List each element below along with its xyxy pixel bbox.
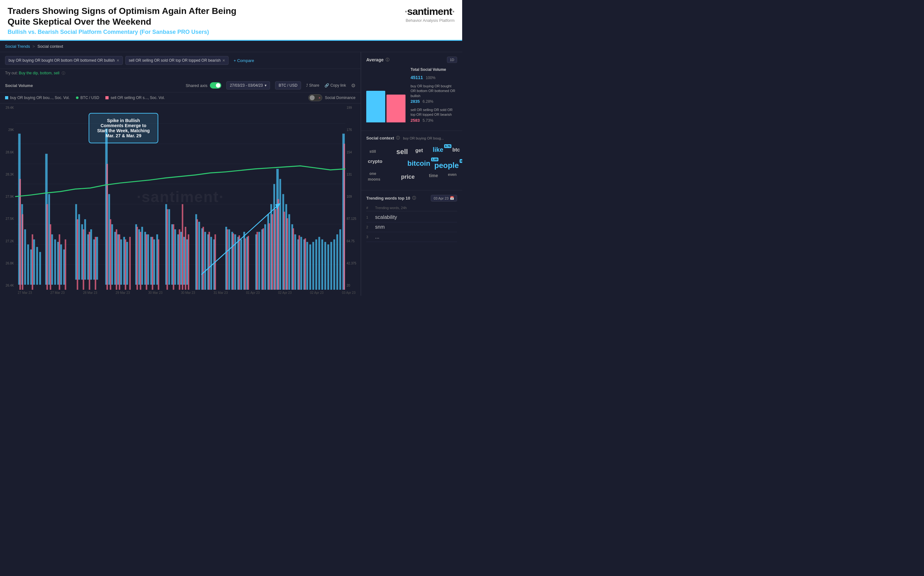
trending-col-label: Trending words, 24h: [375, 206, 457, 210]
svg-rect-137: [247, 236, 249, 290]
word-like[interactable]: like 0.75: [433, 146, 443, 154]
y-label-r-3: 131: [345, 173, 361, 176]
svg-rect-125: [179, 229, 180, 290]
word-cloud: sell still get like 0.75 btc crypto bitc…: [366, 144, 457, 186]
y-label-r-1: 176: [345, 128, 361, 131]
chart-area: ·santiment· 29.4K 29K 28.6K 28.3K 27.9K …: [0, 104, 361, 290]
svg-rect-110: [89, 232, 90, 290]
header-left: Traders Showing Signs of Optimism Again …: [8, 6, 245, 35]
svg-rect-90: [313, 242, 314, 290]
social-dominance-toggle[interactable]: ×: [308, 94, 322, 101]
share-button[interactable]: ⤴ Share: [306, 83, 319, 88]
svg-rect-119: [140, 232, 141, 290]
breadcrumb-social-trends[interactable]: Social Trends: [5, 44, 30, 49]
link-icon: 🔗: [324, 83, 329, 88]
trending-row-2: 2 snm: [366, 222, 457, 232]
svg-rect-127: [185, 227, 186, 290]
trending-section: Trending words top 10 ⓘ 03 Apr 23 📅 # Tr…: [361, 190, 462, 246]
x-label-6: 31 Mar 23: [213, 291, 228, 294]
word-still[interactable]: still: [369, 149, 376, 154]
page-title: Traders Showing Signs of Optimism Again …: [8, 6, 245, 27]
bar2-pct: 5.73%: [423, 118, 433, 123]
word-get[interactable]: get: [415, 148, 423, 154]
try-out-link[interactable]: Buy the dip, bottom, sell: [19, 71, 59, 75]
svg-rect-142: [274, 209, 276, 290]
word-one[interactable]: one: [369, 171, 376, 176]
bar1-value: 2835: [411, 99, 420, 104]
date-range-button[interactable]: 27/03/23 - 03/04/23 ▾: [226, 81, 270, 90]
shared-axis-label: Shared axis: [186, 83, 208, 88]
svg-rect-111: [95, 237, 96, 290]
x-axis: 27 Mar 23 27 Mar 23 28 Mar 23 29 Mar 23 …: [0, 290, 361, 296]
try-out-bar: Try out: Buy the dip, bottom, sell ⓘ: [0, 69, 361, 79]
word-price[interactable]: price: [401, 174, 415, 180]
breadcrumb-current: Social context: [37, 44, 63, 49]
legend-bullish: buy OR buying OR bou..., Soc. Vol.: [5, 96, 70, 100]
close-tag-bullish-icon[interactable]: ×: [117, 58, 119, 63]
y-label-r-7: 42.375: [345, 262, 361, 265]
y-label-r-6: 64.75: [345, 240, 361, 243]
pair-button[interactable]: BTC / USD: [275, 81, 301, 90]
y-label-r-5: 87.125: [345, 217, 361, 221]
legend-green-dot: [76, 96, 79, 99]
trending-info-icon[interactable]: ⓘ: [412, 195, 416, 201]
word-sell[interactable]: sell: [396, 148, 408, 156]
word-time[interactable]: time: [429, 173, 438, 178]
close-tag-bearish-icon[interactable]: ×: [223, 58, 225, 63]
svg-rect-112: [106, 164, 108, 290]
average-header: Average ⓘ 1D: [366, 57, 457, 63]
page-header: Traders Showing Signs of Optimism Again …: [0, 0, 462, 41]
period-button[interactable]: 1D: [447, 57, 457, 63]
svg-rect-134: [233, 234, 234, 290]
svg-rect-122: [158, 240, 159, 290]
svg-rect-126: [182, 204, 183, 290]
svg-rect-37: [120, 240, 122, 285]
svg-rect-94: [324, 242, 326, 290]
settings-button[interactable]: ⚙: [351, 83, 356, 88]
total-social-volume-label: Total Social Volume: [411, 67, 457, 73]
trending-word-2[interactable]: snm: [375, 224, 457, 230]
svg-rect-59: [204, 232, 206, 290]
trending-num-1: 1: [366, 215, 371, 219]
word-bitcoin[interactable]: bitcoin 1.00: [407, 159, 430, 168]
svg-rect-105: [50, 224, 51, 290]
social-volume-label: Social Volume: [5, 83, 33, 88]
svg-rect-57: [198, 222, 200, 290]
shared-axis-toggle[interactable]: [210, 82, 221, 88]
svg-rect-74: [264, 224, 266, 290]
svg-rect-46: [153, 240, 155, 285]
word-even[interactable]: even: [448, 173, 456, 177]
trending-date-button[interactable]: 03 Apr 23 📅: [431, 195, 457, 202]
word-btc[interactable]: btc: [452, 147, 460, 153]
copy-link-button[interactable]: 🔗 Copy link: [324, 83, 346, 88]
y-label-5: 27.5K: [0, 217, 15, 221]
social-context-info-icon[interactable]: ⓘ: [396, 135, 400, 141]
try-out-info-icon[interactable]: ⓘ: [62, 71, 65, 75]
average-info-icon[interactable]: ⓘ: [385, 57, 389, 62]
y-label-r-8: 20: [345, 284, 361, 287]
word-moons[interactable]: moons: [368, 177, 380, 182]
search-tag-bearish[interactable]: sell OR selling OR sold OR top OR topped…: [125, 56, 229, 65]
svg-rect-118: [136, 227, 138, 290]
search-bar: buy OR buying OR bought OR bottom OR bot…: [0, 52, 361, 69]
svg-rect-129: [197, 219, 198, 290]
average-bar-pink: [387, 94, 406, 122]
svg-rect-131: [209, 232, 210, 290]
y-label-3: 28.3K: [0, 173, 15, 176]
word-crypto[interactable]: crypto: [368, 158, 382, 164]
total-pct: 100%: [426, 75, 436, 80]
trending-word-1[interactable]: scalability: [375, 214, 457, 220]
trending-word-3[interactable]: ...: [375, 234, 457, 240]
svg-rect-124: [173, 224, 175, 290]
svg-rect-16: [39, 252, 41, 285]
search-tag-bullish[interactable]: buy OR buying OR bought OR bottom OR bot…: [5, 56, 123, 65]
chart-toolbar: Social Volume Shared axis 27/03/23 - 03/…: [0, 79, 361, 92]
main-layout: buy OR buying OR bought OR bottom OR bot…: [0, 52, 462, 296]
svg-rect-147: [298, 235, 300, 290]
trending-hash-col: #: [366, 206, 371, 210]
bar1-label: buy OR buying OR bought OR bottom OR bot…: [411, 84, 457, 98]
compare-button[interactable]: + Compare: [234, 58, 254, 63]
svg-rect-15: [36, 247, 38, 285]
legend-bearish: sell OR selling OR s..., Soc. Vol.: [106, 96, 165, 100]
word-people[interactable]: people 0.73: [434, 161, 459, 170]
